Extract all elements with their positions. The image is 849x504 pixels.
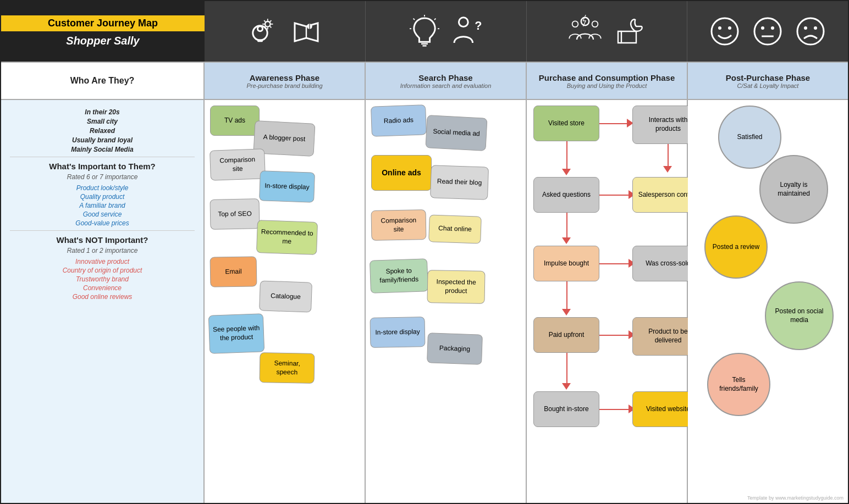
card-radio: Radio ads bbox=[371, 104, 427, 136]
svg-point-27 bbox=[712, 18, 738, 45]
imp-2: Quality product bbox=[10, 193, 195, 201]
watermark: Template by www.marketingstudyguide.com bbox=[747, 495, 844, 501]
card-tv-ads: TV ads bbox=[210, 106, 260, 136]
card-paid: Paid upfront bbox=[533, 317, 599, 353]
card-bought: Bought in-store bbox=[533, 391, 599, 427]
nimp-4: Convenience bbox=[10, 284, 195, 292]
circle-satisfied: Satisfied bbox=[718, 106, 781, 169]
svg-point-35 bbox=[804, 26, 807, 30]
post-purchase-header: Post-Purchase Phase C/Sat & Loyalty Impa… bbox=[688, 63, 848, 99]
card-blog: Read their blog bbox=[430, 165, 489, 200]
post-purchase-icons bbox=[687, 1, 848, 62]
svg-point-25 bbox=[572, 21, 578, 27]
card-see-people: See people with the product bbox=[208, 313, 264, 353]
awareness-icon2 bbox=[290, 15, 323, 48]
card-visited-store: Visited store bbox=[533, 106, 599, 141]
purchase-icon1 bbox=[569, 15, 602, 48]
map-subtitle: Shopper Sally bbox=[66, 35, 139, 47]
card-family: Spoke to family/friends bbox=[370, 258, 428, 293]
svg-line-9 bbox=[270, 26, 271, 27]
post-icon2 bbox=[751, 15, 784, 48]
svg-point-28 bbox=[718, 26, 721, 30]
profile-column: In their 20s Small city Relaxed Usually … bbox=[1, 100, 205, 503]
svg-point-26 bbox=[592, 21, 598, 27]
card-asked: Asked questions bbox=[533, 177, 599, 213]
awareness-icons bbox=[205, 1, 366, 62]
card-inspected: Inspected the product bbox=[427, 270, 485, 304]
post-purchase-column: Satisfied Loyalty is maintained Posted a… bbox=[688, 100, 848, 503]
svg-point-29 bbox=[728, 26, 731, 30]
svg-text:?: ? bbox=[475, 19, 482, 32]
card-seo: Top of SEO bbox=[210, 198, 260, 230]
nimp-5: Good online reviews bbox=[10, 293, 195, 301]
card-social-ad: Social media ad bbox=[426, 115, 488, 151]
nimp-2: Country of origin of product bbox=[10, 267, 195, 274]
svg-point-34 bbox=[797, 18, 824, 45]
card-chat: Chat online bbox=[428, 214, 482, 243]
card-catalogue: Catalogue bbox=[259, 280, 312, 312]
svg-point-31 bbox=[761, 26, 764, 30]
svg-line-18 bbox=[413, 19, 414, 20]
svg-point-30 bbox=[754, 18, 781, 45]
imp-5: Good-value prices bbox=[10, 219, 195, 227]
nimp-1: Innovative product bbox=[10, 258, 195, 265]
imp-1: Product look/style bbox=[10, 184, 195, 192]
svg-point-3 bbox=[265, 21, 271, 27]
search-icon2: ? bbox=[451, 15, 484, 48]
profile-item-3: Relaxed bbox=[10, 127, 195, 135]
svg-point-36 bbox=[814, 26, 817, 30]
post-icon1 bbox=[708, 15, 741, 48]
svg-point-2 bbox=[258, 27, 262, 30]
card-comparison2: Comparison site bbox=[371, 209, 427, 241]
profile-item-1: In their 20s bbox=[10, 108, 195, 116]
card-packaging: Packaging bbox=[427, 333, 483, 364]
svg-point-22 bbox=[459, 18, 468, 27]
awareness-column: TV ads A blogger post Comparison site In… bbox=[205, 100, 366, 503]
not-important-header: What's NOT Important? bbox=[10, 235, 195, 245]
purchase-column: Visited store Interacts with products As… bbox=[527, 100, 688, 503]
circle-review: Posted a review bbox=[704, 215, 768, 279]
awareness-icon1 bbox=[247, 15, 280, 48]
svg-line-8 bbox=[264, 20, 265, 21]
search-icons: ? bbox=[366, 1, 527, 62]
important-sub: Rated 6 or 7 importance bbox=[10, 173, 195, 181]
circle-friends: Tells friends/family bbox=[707, 353, 770, 416]
search-header: Search Phase Information search and eval… bbox=[366, 63, 527, 99]
imp-4: Good service bbox=[10, 211, 195, 218]
who-header: Who Are They? bbox=[1, 63, 205, 99]
nimp-3: Trustworthy brand bbox=[10, 275, 195, 283]
search-icon1 bbox=[408, 15, 441, 48]
card-online-ads: Online ads bbox=[371, 155, 432, 191]
circle-loyalty: Loyalty is maintained bbox=[759, 155, 828, 224]
svg-point-32 bbox=[771, 26, 774, 30]
card-comparison1: Comparison site bbox=[210, 148, 266, 180]
search-column: Radio ads Social media ad Online ads Rea… bbox=[366, 100, 527, 503]
purchase-icons bbox=[527, 1, 688, 62]
card-seminar: Seminar, speech bbox=[260, 352, 315, 384]
not-important-sub: Rated 1 or 2 importance bbox=[10, 247, 195, 254]
circle-social: Posted on social media bbox=[765, 281, 834, 350]
profile-item-5: Mainly Social Media bbox=[10, 146, 195, 153]
svg-line-19 bbox=[434, 19, 435, 20]
card-recommended: Recommended to me bbox=[256, 220, 318, 255]
post-icon3 bbox=[794, 15, 827, 48]
title-block: Customer Journey Map Shopper Sally bbox=[1, 1, 205, 62]
important-header: What's Important to Them? bbox=[10, 162, 195, 171]
card-instore1: In-store display bbox=[259, 170, 315, 202]
purchase-header: Purchase and Consumption Phase Buying an… bbox=[527, 63, 688, 99]
card-instore2: In-store display bbox=[370, 317, 426, 348]
awareness-header: Awareness Phase Pre-purchase brand build… bbox=[205, 63, 366, 99]
purchase-icon2 bbox=[611, 15, 644, 48]
svg-rect-12 bbox=[257, 39, 263, 42]
svg-line-10 bbox=[270, 20, 271, 21]
profile-item-2: Small city bbox=[10, 118, 195, 125]
card-email: Email bbox=[210, 256, 257, 287]
imp-3: A familiar brand bbox=[10, 202, 195, 209]
profile-item-4: Usually brand loyal bbox=[10, 136, 195, 144]
card-impulse: Impulse bought bbox=[533, 246, 599, 281]
map-title: Customer Journey Map bbox=[1, 15, 205, 31]
